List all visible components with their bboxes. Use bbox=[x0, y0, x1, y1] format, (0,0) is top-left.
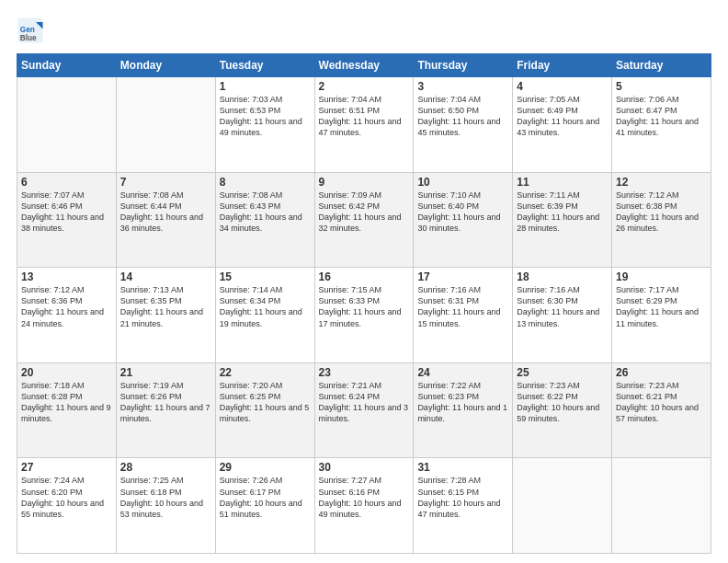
day-info: Sunrise: 7:13 AM Sunset: 6:35 PM Dayligh… bbox=[120, 284, 211, 329]
calendar-cell: 24Sunrise: 7:22 AM Sunset: 6:23 PM Dayli… bbox=[414, 362, 513, 458]
calendar-row: 27Sunrise: 7:24 AM Sunset: 6:20 PM Dayli… bbox=[17, 458, 711, 554]
day-info: Sunrise: 7:15 AM Sunset: 6:33 PM Dayligh… bbox=[319, 284, 410, 329]
calendar-cell: 5Sunrise: 7:06 AM Sunset: 6:47 PM Daylig… bbox=[612, 77, 711, 173]
day-number: 1 bbox=[220, 80, 311, 93]
day-info: Sunrise: 7:04 AM Sunset: 6:51 PM Dayligh… bbox=[319, 94, 410, 139]
day-number: 7 bbox=[120, 176, 211, 189]
day-number: 4 bbox=[517, 80, 608, 93]
day-info: Sunrise: 7:11 AM Sunset: 6:39 PM Dayligh… bbox=[517, 190, 608, 235]
day-info: Sunrise: 7:22 AM Sunset: 6:23 PM Dayligh… bbox=[417, 380, 508, 425]
calendar-cell bbox=[116, 77, 215, 173]
calendar-cell: 16Sunrise: 7:15 AM Sunset: 6:33 PM Dayli… bbox=[314, 268, 414, 363]
day-number: 14 bbox=[120, 270, 211, 283]
day-number: 20 bbox=[21, 366, 112, 379]
header: Gen Blue bbox=[17, 17, 711, 44]
day-info: Sunrise: 7:16 AM Sunset: 6:31 PM Dayligh… bbox=[417, 284, 508, 329]
calendar-row: 20Sunrise: 7:18 AM Sunset: 6:28 PM Dayli… bbox=[17, 362, 711, 458]
calendar-cell: 20Sunrise: 7:18 AM Sunset: 6:28 PM Dayli… bbox=[17, 362, 117, 458]
day-number: 19 bbox=[616, 270, 707, 283]
day-number: 13 bbox=[21, 270, 112, 283]
weekday-header-thursday: Thursday bbox=[414, 54, 513, 77]
logo: Gen Blue bbox=[17, 17, 48, 44]
day-number: 8 bbox=[220, 176, 311, 189]
day-number: 15 bbox=[220, 270, 311, 283]
day-number: 24 bbox=[417, 366, 508, 379]
day-info: Sunrise: 7:10 AM Sunset: 6:40 PM Dayligh… bbox=[417, 190, 508, 235]
day-number: 26 bbox=[616, 366, 707, 379]
calendar-cell: 9Sunrise: 7:09 AM Sunset: 6:42 PM Daylig… bbox=[314, 172, 414, 268]
calendar-cell bbox=[17, 77, 117, 173]
calendar-cell: 29Sunrise: 7:26 AM Sunset: 6:17 PM Dayli… bbox=[215, 458, 314, 554]
day-number: 5 bbox=[616, 80, 707, 93]
day-info: Sunrise: 7:28 AM Sunset: 6:15 PM Dayligh… bbox=[417, 475, 508, 520]
calendar-cell: 6Sunrise: 7:07 AM Sunset: 6:46 PM Daylig… bbox=[17, 172, 117, 268]
calendar-table: SundayMondayTuesdayWednesdayThursdayFrid… bbox=[17, 53, 711, 554]
calendar-cell: 2Sunrise: 7:04 AM Sunset: 6:51 PM Daylig… bbox=[314, 77, 414, 173]
day-number: 25 bbox=[517, 366, 608, 379]
calendar-cell: 7Sunrise: 7:08 AM Sunset: 6:44 PM Daylig… bbox=[116, 172, 215, 268]
calendar-cell: 19Sunrise: 7:17 AM Sunset: 6:29 PM Dayli… bbox=[612, 268, 711, 363]
day-info: Sunrise: 7:12 AM Sunset: 6:36 PM Dayligh… bbox=[21, 284, 112, 329]
day-info: Sunrise: 7:20 AM Sunset: 6:25 PM Dayligh… bbox=[220, 380, 311, 425]
day-info: Sunrise: 7:23 AM Sunset: 6:22 PM Dayligh… bbox=[517, 380, 608, 425]
day-number: 3 bbox=[417, 80, 508, 93]
day-number: 23 bbox=[319, 366, 410, 379]
calendar-cell: 30Sunrise: 7:27 AM Sunset: 6:16 PM Dayli… bbox=[314, 458, 414, 554]
calendar-cell: 13Sunrise: 7:12 AM Sunset: 6:36 PM Dayli… bbox=[17, 268, 117, 363]
day-number: 17 bbox=[417, 270, 508, 283]
calendar-row: 6Sunrise: 7:07 AM Sunset: 6:46 PM Daylig… bbox=[17, 172, 711, 268]
day-number: 16 bbox=[319, 270, 410, 283]
weekday-header-tuesday: Tuesday bbox=[215, 54, 314, 77]
day-number: 31 bbox=[417, 461, 508, 474]
day-number: 28 bbox=[120, 461, 211, 474]
calendar-cell: 28Sunrise: 7:25 AM Sunset: 6:18 PM Dayli… bbox=[116, 458, 215, 554]
day-info: Sunrise: 7:08 AM Sunset: 6:44 PM Dayligh… bbox=[120, 190, 211, 235]
day-info: Sunrise: 7:16 AM Sunset: 6:30 PM Dayligh… bbox=[517, 284, 608, 329]
day-info: Sunrise: 7:07 AM Sunset: 6:46 PM Dayligh… bbox=[21, 190, 112, 235]
day-info: Sunrise: 7:08 AM Sunset: 6:43 PM Dayligh… bbox=[220, 190, 311, 235]
day-number: 9 bbox=[319, 176, 410, 189]
day-info: Sunrise: 7:26 AM Sunset: 6:17 PM Dayligh… bbox=[220, 475, 311, 520]
day-info: Sunrise: 7:21 AM Sunset: 6:24 PM Dayligh… bbox=[319, 380, 410, 425]
calendar-cell: 10Sunrise: 7:10 AM Sunset: 6:40 PM Dayli… bbox=[414, 172, 513, 268]
day-info: Sunrise: 7:04 AM Sunset: 6:50 PM Dayligh… bbox=[417, 94, 508, 139]
svg-text:Gen: Gen bbox=[20, 26, 35, 34]
day-number: 22 bbox=[220, 366, 311, 379]
calendar-cell: 25Sunrise: 7:23 AM Sunset: 6:22 PM Dayli… bbox=[513, 362, 612, 458]
day-number: 12 bbox=[616, 176, 707, 189]
calendar-cell: 3Sunrise: 7:04 AM Sunset: 6:50 PM Daylig… bbox=[414, 77, 513, 173]
weekday-header-saturday: Saturday bbox=[612, 54, 711, 77]
calendar-cell: 22Sunrise: 7:20 AM Sunset: 6:25 PM Dayli… bbox=[215, 362, 314, 458]
calendar-cell: 18Sunrise: 7:16 AM Sunset: 6:30 PM Dayli… bbox=[513, 268, 612, 363]
calendar-cell bbox=[612, 458, 711, 554]
day-info: Sunrise: 7:19 AM Sunset: 6:26 PM Dayligh… bbox=[120, 380, 211, 425]
day-info: Sunrise: 7:17 AM Sunset: 6:29 PM Dayligh… bbox=[616, 284, 707, 329]
day-info: Sunrise: 7:18 AM Sunset: 6:28 PM Dayligh… bbox=[21, 380, 112, 425]
calendar-cell bbox=[513, 458, 612, 554]
calendar-cell: 14Sunrise: 7:13 AM Sunset: 6:35 PM Dayli… bbox=[116, 268, 215, 363]
weekday-header-wednesday: Wednesday bbox=[314, 54, 414, 77]
svg-text:Blue: Blue bbox=[20, 34, 37, 42]
day-info: Sunrise: 7:03 AM Sunset: 6:53 PM Dayligh… bbox=[220, 94, 311, 139]
day-info: Sunrise: 7:23 AM Sunset: 6:21 PM Dayligh… bbox=[616, 380, 707, 425]
calendar-cell: 11Sunrise: 7:11 AM Sunset: 6:39 PM Dayli… bbox=[513, 172, 612, 268]
calendar-cell: 8Sunrise: 7:08 AM Sunset: 6:43 PM Daylig… bbox=[215, 172, 314, 268]
day-number: 27 bbox=[21, 461, 112, 474]
day-info: Sunrise: 7:25 AM Sunset: 6:18 PM Dayligh… bbox=[120, 475, 211, 520]
day-info: Sunrise: 7:05 AM Sunset: 6:49 PM Dayligh… bbox=[517, 94, 608, 139]
calendar-cell: 12Sunrise: 7:12 AM Sunset: 6:38 PM Dayli… bbox=[612, 172, 711, 268]
day-info: Sunrise: 7:27 AM Sunset: 6:16 PM Dayligh… bbox=[319, 475, 410, 520]
calendar-cell: 1Sunrise: 7:03 AM Sunset: 6:53 PM Daylig… bbox=[215, 77, 314, 173]
calendar-cell: 17Sunrise: 7:16 AM Sunset: 6:31 PM Dayli… bbox=[414, 268, 513, 363]
day-number: 2 bbox=[319, 80, 410, 93]
day-number: 6 bbox=[21, 176, 112, 189]
weekday-header-sunday: Sunday bbox=[17, 54, 117, 77]
calendar-row: 1Sunrise: 7:03 AM Sunset: 6:53 PM Daylig… bbox=[17, 77, 711, 173]
calendar-cell: 4Sunrise: 7:05 AM Sunset: 6:49 PM Daylig… bbox=[513, 77, 612, 173]
day-info: Sunrise: 7:24 AM Sunset: 6:20 PM Dayligh… bbox=[21, 475, 112, 520]
day-number: 10 bbox=[417, 176, 508, 189]
weekday-header-monday: Monday bbox=[116, 54, 215, 77]
calendar-cell: 21Sunrise: 7:19 AM Sunset: 6:26 PM Dayli… bbox=[116, 362, 215, 458]
logo-icon: Gen Blue bbox=[17, 17, 44, 44]
day-info: Sunrise: 7:06 AM Sunset: 6:47 PM Dayligh… bbox=[616, 94, 707, 139]
